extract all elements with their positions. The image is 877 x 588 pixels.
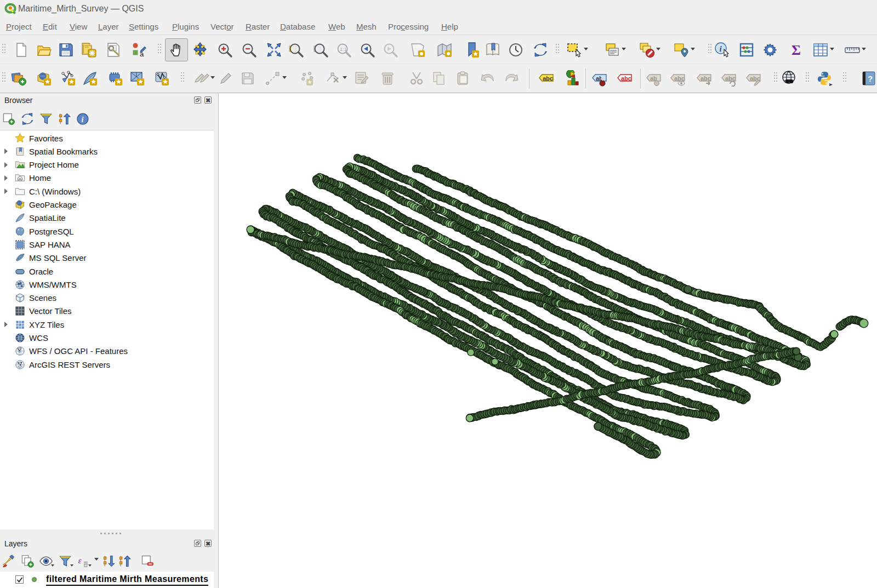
svg-text:abc: abc — [674, 75, 685, 82]
svg-text:i: i — [81, 116, 83, 124]
svg-text:Σ: Σ — [791, 42, 801, 58]
svg-text:ab: ab — [650, 75, 657, 82]
svg-text:abc: abc — [725, 75, 736, 82]
svg-text:ε: ε — [78, 556, 82, 565]
svg-text:abc: abc — [543, 75, 553, 82]
svg-text:1:1: 1:1 — [340, 47, 347, 52]
svg-text:abc: abc — [621, 75, 631, 82]
svg-text:?: ? — [868, 74, 873, 83]
svg-text:abc: abc — [701, 75, 711, 82]
